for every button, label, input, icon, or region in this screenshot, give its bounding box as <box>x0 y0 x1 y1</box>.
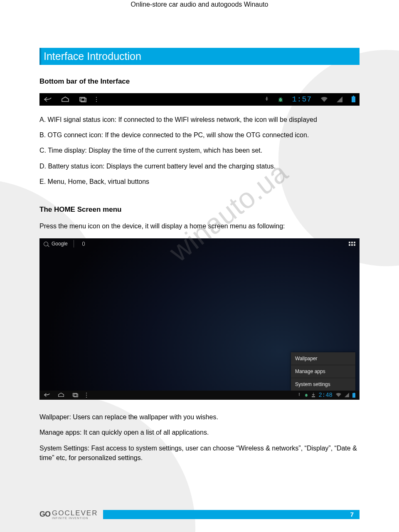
brand-logo: GO GOCLEVER INFINITE INVENTION <box>39 509 98 520</box>
item-a: A. WIFI signal status icon: If connected… <box>39 115 360 124</box>
debug-icon <box>304 391 308 399</box>
usb-icon <box>265 97 269 102</box>
svg-point-5 <box>305 394 308 397</box>
search-label: Google <box>52 241 68 247</box>
signal-icon <box>337 97 342 102</box>
back-icon <box>44 391 50 399</box>
item-c: C. Time display: Display the time of the… <box>39 146 360 155</box>
page-number-bar: 7 <box>103 510 360 519</box>
svg-point-2 <box>279 98 282 102</box>
bottom-bar-mock: 1:57 <box>39 93 360 106</box>
menu-dots-icon <box>96 97 97 102</box>
apps-grid-icon <box>349 242 355 246</box>
divider <box>74 240 74 247</box>
debug-icon <box>278 97 283 102</box>
back-icon <box>44 97 52 102</box>
battery-icon <box>352 393 355 398</box>
wifi-icon <box>321 97 328 102</box>
battery-icon <box>352 97 355 102</box>
home-icon <box>61 97 69 102</box>
page-number: 7 <box>350 511 354 518</box>
recent-apps-icon <box>72 391 79 399</box>
mic-icon <box>82 242 85 246</box>
item-e: E. Menu, Home, Back, virtual buttons <box>39 177 360 186</box>
menu-item-wallpaper: Wallpaper <box>291 352 355 365</box>
search-icon <box>44 242 48 246</box>
menu-dots-icon <box>86 393 87 398</box>
logo-go: GO <box>39 510 50 519</box>
menu-item-manage-apps: Manage apps <box>291 365 355 378</box>
page-footer: GO GOCLEVER INFINITE INVENTION 7 <box>39 509 360 520</box>
desc-manage-apps: Manage apps: It can quickly open a list … <box>39 428 360 437</box>
menu-item-system-settings: System settings <box>291 378 355 391</box>
download-icon <box>312 391 315 399</box>
context-menu: Wallpaper Manage apps System settings <box>291 352 355 391</box>
subheading-bottom-bar: Bottom bar of the Interface <box>39 77 360 86</box>
home-screen-mock: Google Wallpaper Manage apps System sett… <box>39 238 360 400</box>
home-menu-intro: Press the menu icon on the device, it wi… <box>39 221 360 231</box>
desc-wallpaper: Wallpaper: Users can replace the wallpap… <box>39 412 360 422</box>
clock-time: 2:48 <box>318 392 332 398</box>
item-b: B. OTG connect icon: If the device conne… <box>39 130 360 140</box>
usb-icon <box>298 391 301 399</box>
item-d: D. Battery status icon: Displays the cur… <box>39 161 360 171</box>
recent-apps-icon <box>79 97 87 102</box>
clock-time: 1:57 <box>292 95 312 104</box>
subheading-home-menu: The HOME Screen menu <box>39 205 360 214</box>
wifi-icon <box>336 393 341 398</box>
section-banner: Interface Introduction <box>39 48 360 65</box>
home-icon <box>58 391 64 399</box>
signal-icon <box>345 391 349 399</box>
page-header: Online-store car audio and autogoods Win… <box>39 0 360 48</box>
logo-text: GOCLEVER <box>52 509 98 517</box>
desc-system-settings: System Settings: Fast access to system s… <box>39 443 360 463</box>
